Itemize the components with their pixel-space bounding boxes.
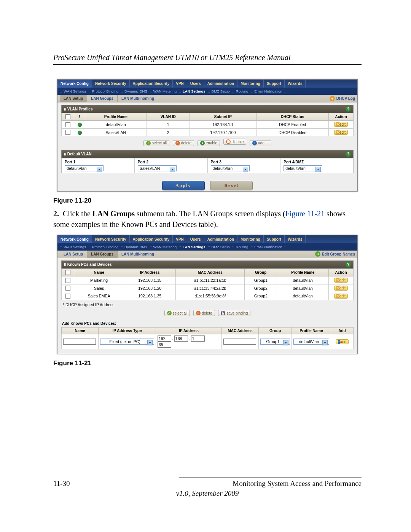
subtab-dynamic-dns[interactable]: Dynamic DNS: [124, 245, 147, 249]
tab-support[interactable]: Support: [264, 80, 285, 88]
subtab-lan-settings[interactable]: LAN Settings: [183, 89, 206, 93]
subtab-routing[interactable]: Routing: [236, 245, 249, 249]
figure-11-20-screenshot: Network Config Network Security Applicat…: [57, 79, 358, 192]
subtab-wan-metering[interactable]: WAN Metering: [153, 89, 177, 93]
delete-button[interactable]: ✕delete: [193, 310, 215, 316]
port-1-select[interactable]: defaultVlan: [65, 165, 104, 171]
sub-tab-row: ::WAN Settings ::Protocol Binding ::Dyna…: [57, 243, 357, 251]
add-icon: +: [252, 141, 257, 145]
port-3-label: Port 3: [211, 160, 277, 164]
edit-icon: ✎: [336, 286, 339, 290]
subtab-wan-settings[interactable]: WAN Settings: [64, 89, 86, 93]
figure-caption-1: Figure 11-20: [53, 197, 362, 204]
port-3-select[interactable]: defaultVlan: [211, 165, 250, 171]
select-all-button[interactable]: ✓select all: [143, 140, 169, 146]
tab-users[interactable]: Users: [187, 80, 204, 88]
tert-lan-multihoming[interactable]: LAN Multi-homing: [118, 251, 158, 258]
edit-group-names-link[interactable]: ➔Edit Group Names: [315, 251, 355, 257]
tab-administration[interactable]: Administration: [204, 80, 238, 88]
tab-network-security[interactable]: Network Security: [92, 235, 130, 243]
tab-administration[interactable]: Administration: [204, 235, 238, 243]
check-icon: ✓: [167, 311, 172, 315]
add-name-input[interactable]: [63, 339, 96, 345]
edit-button[interactable]: ✎edit: [334, 122, 348, 127]
row-checkbox[interactable]: [65, 130, 70, 135]
tab-network-security[interactable]: Network Security: [92, 80, 130, 88]
dhcp-note: * DHCP Assigned IP Address: [61, 300, 354, 308]
tab-network-config[interactable]: Network Config: [57, 235, 92, 243]
row-checkbox[interactable]: [65, 294, 70, 299]
edit-icon: ✎: [336, 278, 339, 282]
save-binding-button[interactable]: 💾save binding: [218, 310, 250, 316]
tert-lan-multihoming[interactable]: LAN Multi-homing: [118, 95, 158, 102]
row-checkbox[interactable]: [65, 278, 70, 283]
delete-button[interactable]: ✕delete: [173, 140, 194, 146]
tab-support[interactable]: Support: [264, 235, 285, 243]
row-checkbox[interactable]: [65, 286, 70, 291]
edit-icon: ✎: [336, 130, 339, 134]
subtab-email-notification[interactable]: Email Notification: [254, 245, 282, 249]
add-group-select[interactable]: Group1: [260, 339, 290, 345]
edit-button[interactable]: ✎edit: [334, 286, 348, 291]
subtab-routing[interactable]: Routing: [236, 89, 249, 93]
help-icon[interactable]: ?: [346, 262, 351, 267]
delete-icon: ✕: [175, 141, 180, 145]
help-icon[interactable]: ?: [346, 152, 351, 157]
step-2-text: 2. Click the LAN Groups submenu tab. The…: [53, 208, 362, 230]
select-all-checkbox[interactable]: [65, 114, 70, 119]
tab-monitoring[interactable]: Monitoring: [237, 80, 264, 88]
tab-application-security[interactable]: Application Security: [130, 80, 173, 88]
ip-octet-4[interactable]: [158, 342, 171, 348]
edit-button[interactable]: ✎edit: [334, 294, 348, 299]
footer-version: v1.0, September 2009: [53, 489, 362, 498]
figure-link[interactable]: Figure 11-21: [285, 209, 325, 218]
ip-address-type-select[interactable]: Fixed (set on PC): [100, 339, 154, 345]
disable-button[interactable]: disable: [223, 139, 247, 145]
port-2-select[interactable]: SalesVLAN: [138, 165, 177, 171]
ip-octet-1[interactable]: [158, 335, 171, 342]
document-title: ProSecure Unified Threat Management UTM1…: [53, 53, 362, 65]
port-4-select[interactable]: defaultVlan: [284, 165, 322, 171]
add-row-button[interactable]: +add: [336, 339, 349, 344]
subtab-dmz-setup[interactable]: DMZ Setup: [212, 245, 230, 249]
enable-button[interactable]: ●enable: [198, 140, 220, 146]
tab-network-config[interactable]: Network Config: [57, 80, 92, 88]
ip-octet-2[interactable]: [174, 335, 188, 342]
tab-users[interactable]: Users: [187, 235, 204, 243]
select-all-checkbox[interactable]: [65, 270, 70, 275]
tab-wizards[interactable]: Wizards: [285, 235, 306, 243]
add-mac-input[interactable]: [223, 339, 256, 345]
dhcp-log-link[interactable]: ➔DHCP Log: [330, 96, 355, 101]
add-button[interactable]: +add ...: [250, 140, 271, 146]
row-checkbox[interactable]: [65, 122, 70, 127]
port-4-label: Port 4/DMZ: [284, 160, 350, 164]
ip-octet-3[interactable]: [191, 335, 205, 342]
table-row: Marketing192.168.1.15a1:b1:11:22:1a:1bGr…: [62, 276, 354, 284]
subtab-email-notification[interactable]: Email Notification: [254, 89, 282, 93]
tert-lan-setup[interactable]: LAN Setup: [60, 251, 87, 258]
tab-application-security[interactable]: Application Security: [130, 235, 173, 243]
subtab-lan-settings[interactable]: LAN Settings: [183, 245, 206, 249]
help-icon[interactable]: ?: [346, 106, 351, 112]
edit-button[interactable]: ✎edit: [334, 130, 348, 135]
subtab-wan-metering[interactable]: WAN Metering: [153, 245, 177, 249]
tert-lan-setup[interactable]: LAN Setup: [60, 95, 87, 102]
tab-wizards[interactable]: Wizards: [285, 80, 306, 88]
edit-button[interactable]: ✎edit: [334, 278, 348, 283]
subtab-dynamic-dns[interactable]: Dynamic DNS: [124, 89, 147, 93]
add-profile-select[interactable]: defaultVlan: [293, 339, 329, 345]
reset-button[interactable]: Reset: [210, 181, 253, 190]
subtab-dmz-setup[interactable]: DMZ Setup: [212, 89, 230, 93]
subtab-wan-settings[interactable]: WAN Settings: [64, 245, 86, 249]
subtab-protocol-binding[interactable]: Protocol Binding: [92, 89, 118, 93]
tert-lan-groups[interactable]: LAN Groups: [87, 251, 118, 258]
grip-icon: ⁞⁞: [64, 262, 66, 267]
tert-lan-groups[interactable]: LAN Groups: [87, 95, 118, 102]
footer-chapter: Monitoring System Access and Performance: [233, 479, 362, 488]
tab-vpn[interactable]: VPN: [173, 235, 187, 243]
apply-button[interactable]: Apply: [162, 181, 205, 190]
subtab-protocol-binding[interactable]: Protocol Binding: [92, 245, 118, 249]
tab-monitoring[interactable]: Monitoring: [237, 235, 264, 243]
tab-vpn[interactable]: VPN: [173, 80, 187, 88]
select-all-button[interactable]: ✓select all: [164, 310, 190, 316]
